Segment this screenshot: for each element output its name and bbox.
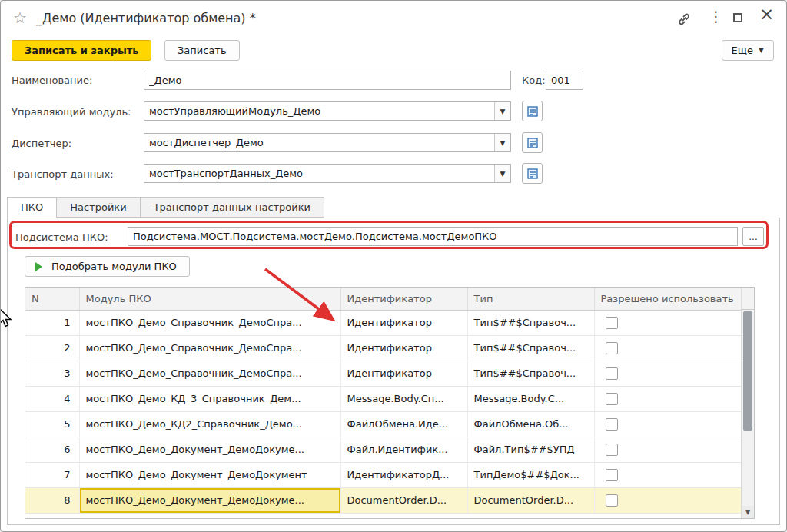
column-header-allowed[interactable]: Разрешено использовать	[594, 288, 741, 310]
dispatcher-input[interactable]	[144, 134, 494, 151]
cell-identifier[interactable]: Идентификатор	[340, 310, 467, 335]
column-header-identifier[interactable]: Идентификатор	[340, 288, 467, 310]
cell-identifier[interactable]: ИдентификаторД...	[340, 462, 467, 487]
maximize-icon[interactable]	[733, 13, 742, 22]
cell-identifier[interactable]: Идентификатор	[340, 335, 467, 361]
cell-module[interactable]: мостПКО_Демо_Справочник_ДемоСпра...	[79, 310, 340, 335]
pick-pko-modules-button[interactable]: Подобрать модули ПКО	[25, 256, 190, 277]
vertical-scrollbar[interactable]: ▼	[741, 310, 754, 518]
open-form-icon	[526, 105, 539, 118]
dropdown-arrow-icon[interactable]: ▼	[494, 134, 510, 151]
cell-n[interactable]: 8	[25, 487, 79, 513]
cell-n[interactable]: 5	[25, 411, 79, 437]
cell-allowed[interactable]	[594, 310, 741, 335]
cell-module[interactable]: мостПКО_Демо_Справочник_ДемоСпра...	[79, 335, 340, 361]
open-managing-module-button[interactable]	[522, 101, 543, 121]
cell-allowed[interactable]	[594, 411, 741, 437]
cell-n[interactable]: 1	[25, 310, 79, 335]
subsystem-input[interactable]	[128, 227, 738, 246]
cell-n[interactable]: 6	[25, 437, 79, 462]
window-menu-icon[interactable]: ⋮	[709, 8, 723, 25]
cell-identifier[interactable]: DocumentOrder.D...	[340, 487, 467, 513]
table-row[interactable]: 1 мостПКО_Демо_Справочник_ДемоСпра... Ид…	[25, 310, 741, 335]
subsystem-choose-button[interactable]: ...	[742, 227, 764, 246]
cell-allowed[interactable]	[594, 487, 741, 513]
table-row[interactable]: 7 мостПКО_Демо_Документ_ДемоДокумент Иде…	[25, 462, 741, 487]
cell-allowed[interactable]	[594, 437, 741, 462]
cell-allowed[interactable]	[594, 361, 741, 386]
table-row[interactable]: 3 мостПКО_Демо_Справочник_ДемоСпра... Ид…	[25, 361, 741, 386]
cell-type[interactable]: ФайлОбмена.Об...	[467, 411, 594, 437]
cell-allowed[interactable]	[594, 386, 741, 411]
cell-type[interactable]: Тип$##$Справоч...	[467, 310, 594, 335]
favorite-star-icon[interactable]: ☆	[13, 8, 27, 27]
data-transport-input[interactable]	[144, 165, 494, 182]
column-header-module[interactable]: Модуль ПКО	[79, 288, 340, 310]
tab-bar: ПКО Настройки Транспорт данных настройки	[7, 197, 324, 218]
scrollbar-down-arrow[interactable]: ▼	[742, 506, 754, 518]
dropdown-arrow-icon[interactable]: ▼	[494, 102, 510, 120]
cell-module[interactable]: мостПКО_Демо_Справочник_ДемоСпра...	[79, 361, 340, 386]
cell-allowed[interactable]	[594, 462, 741, 487]
name-input[interactable]	[144, 71, 511, 90]
allowed-checkbox[interactable]	[606, 367, 618, 380]
tab-settings[interactable]: Настройки	[57, 197, 140, 218]
subsystem-label: Подсистема ПКО:	[15, 231, 108, 243]
save-and-close-button[interactable]: Записать и закрыть	[12, 40, 151, 61]
cell-type[interactable]: Тип$##$Справоч...	[467, 361, 594, 386]
allowed-checkbox[interactable]	[606, 494, 618, 507]
cell-type[interactable]: Message.Body.С...	[467, 386, 594, 411]
cell-type[interactable]: ТипДемо$##$Док...	[467, 462, 594, 487]
cell-n[interactable]: 4	[25, 386, 79, 411]
allowed-checkbox[interactable]	[606, 317, 618, 329]
cell-module[interactable]: мостПКО_Демо_КД_3_Справочник_Дем...	[79, 386, 340, 411]
open-dispatcher-button[interactable]	[522, 132, 543, 153]
cell-n[interactable]: 2	[25, 335, 79, 361]
managing-module-combo: ▼	[144, 101, 511, 121]
table-row[interactable]: 5 мостПКО_Демо_КД2_Справочник_Демо... Фа…	[25, 411, 741, 437]
cell-identifier[interactable]: Идентификатор	[340, 361, 467, 386]
scrollbar-corner	[741, 288, 754, 310]
allowed-checkbox[interactable]	[606, 393, 618, 405]
table-row-selected[interactable]: 8 мостПКО_Демо_Документ_ДемоДокуме... Do…	[25, 487, 741, 513]
tab-transport-settings[interactable]: Транспорт данных настройки	[141, 197, 324, 218]
allowed-checkbox[interactable]	[606, 342, 618, 354]
open-data-transport-button[interactable]	[522, 163, 543, 184]
cell-module[interactable]: мостПКО_Демо_Документ_ДемоДокумент	[79, 462, 340, 487]
more-actions-button[interactable]: Еще▼	[722, 40, 774, 61]
allowed-checkbox[interactable]	[606, 418, 618, 431]
cell-allowed[interactable]	[594, 335, 741, 361]
cell-module-current[interactable]: мостПКО_Демо_Документ_ДемоДокуме...	[79, 487, 340, 513]
tab-pko[interactable]: ПКО	[7, 197, 57, 218]
maximize-square	[733, 13, 742, 22]
cell-type[interactable]: Файл.Тип$##$УПД	[467, 437, 594, 462]
table-row[interactable]: 4 мостПКО_Демо_КД_3_Справочник_Дем... Me…	[25, 386, 741, 411]
cell-type[interactable]: Тип$##$Справоч...	[467, 335, 594, 361]
dropdown-arrow-icon[interactable]: ▼	[494, 165, 510, 182]
table-row[interactable]: 2 мостПКО_Демо_Справочник_ДемоСпра... Ид…	[25, 335, 741, 361]
column-header-type[interactable]: Тип	[467, 288, 594, 310]
managing-module-input[interactable]	[144, 102, 494, 120]
open-form-icon	[526, 137, 539, 149]
column-header-n[interactable]: N	[25, 288, 79, 310]
save-button[interactable]: Записать	[164, 40, 240, 61]
dispatcher-combo: ▼	[144, 133, 511, 152]
table-row[interactable]: 6 мостПКО_Демо_Документ_ДемоДокуме... Фа…	[25, 437, 741, 462]
window: ☆ _Демо (Идентификатор обмена) * ⋮ × Зап…	[0, 0, 787, 532]
window-title: _Демо (Идентификатор обмена) *	[36, 11, 256, 25]
cell-identifier[interactable]: Файл.Идентифик...	[340, 437, 467, 462]
play-icon	[35, 262, 42, 271]
code-input[interactable]	[546, 71, 583, 90]
cell-module[interactable]: мостПКО_Демо_Документ_ДемоДокуме...	[79, 437, 340, 462]
cell-module[interactable]: мостПКО_Демо_КД2_Справочник_Демо...	[79, 411, 340, 437]
close-icon[interactable]: ×	[759, 5, 774, 23]
cell-n[interactable]: 7	[25, 462, 79, 487]
cell-identifier[interactable]: ФайлОбмена.Иде...	[340, 411, 467, 437]
allowed-checkbox[interactable]	[606, 469, 618, 481]
allowed-checkbox[interactable]	[606, 444, 618, 456]
scrollbar-thumb[interactable]	[743, 311, 752, 431]
cell-n[interactable]: 3	[25, 361, 79, 386]
cell-type[interactable]: DocumentOrder.D...	[467, 487, 594, 513]
cell-identifier[interactable]: Message.Body.Сп...	[340, 386, 467, 411]
copy-link-icon[interactable]	[677, 12, 691, 29]
